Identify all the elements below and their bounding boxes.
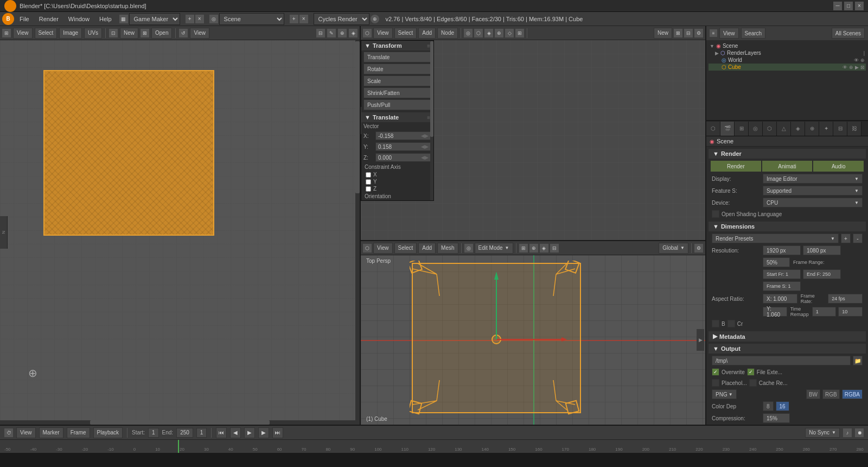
- vp3d-view-btn[interactable]: View: [373, 243, 393, 254]
- vec-y-value[interactable]: 0.158 ◀▶: [375, 142, 431, 151]
- res-percent-val[interactable]: 50%: [763, 257, 790, 267]
- uv-new-btn[interactable]: New: [120, 28, 138, 39]
- close-button[interactable]: ×: [855, 2, 864, 10]
- color-depth-8-btn[interactable]: 8: [763, 401, 774, 411]
- frame-step-val[interactable]: Frame S: 1: [763, 281, 801, 291]
- ptab-particle[interactable]: ✦: [819, 122, 833, 136]
- vp3d-add-btn[interactable]: Add: [418, 243, 436, 254]
- start-frame-val[interactable]: Start Fr: 1: [763, 269, 801, 279]
- prev-frame-btn[interactable]: ◀: [230, 427, 241, 438]
- current-frame-input[interactable]: 1: [196, 428, 207, 438]
- timeline-frame-btn[interactable]: Frame: [67, 427, 90, 438]
- overwrite-checkbox[interactable]: ✓: [712, 368, 719, 376]
- maximize-button[interactable]: □: [844, 2, 853, 10]
- render-render-btn[interactable]: Render: [711, 161, 761, 172]
- next-frame-btn[interactable]: ▶: [258, 427, 269, 438]
- skip-start-btn[interactable]: ⏮: [216, 427, 227, 438]
- uv-select-btn[interactable]: Select: [35, 28, 58, 39]
- ptab-physics[interactable]: ⊟: [833, 122, 847, 136]
- render-audio-btn[interactable]: Audio: [813, 161, 864, 172]
- file-ext-checkbox[interactable]: ✓: [747, 368, 755, 376]
- render-presets-remove-btn[interactable]: -: [853, 234, 863, 243]
- sync-mode-dropdown[interactable]: No Sync ▼: [805, 428, 840, 438]
- vec-x-value[interactable]: -0.158 ◀▶: [375, 131, 431, 140]
- outliner-search-btn[interactable]: Search: [741, 28, 766, 39]
- global-dropdown[interactable]: Global ▼: [659, 243, 688, 254]
- output-path-input[interactable]: /tmp\: [712, 356, 851, 365]
- aspect-y-val[interactable]: Y: 1.060: [763, 307, 787, 317]
- ptab-mesh[interactable]: △: [777, 122, 791, 136]
- outliner-world-item[interactable]: ◎ World 👁 ⊕: [709, 56, 866, 64]
- vec-z-value[interactable]: 0.000 ◀▶: [375, 153, 431, 162]
- cr-checkbox[interactable]: [727, 320, 735, 327]
- placeholder-checkbox[interactable]: [712, 379, 719, 387]
- output-path-browse-btn[interactable]: 📁: [853, 356, 863, 365]
- vp3d-mesh-btn[interactable]: Mesh: [437, 243, 458, 254]
- uv-hscrollbar[interactable]: [0, 420, 360, 425]
- node-select-btn[interactable]: Select: [394, 28, 417, 39]
- res-x-val[interactable]: 1920 px: [763, 245, 801, 255]
- render-engine-select[interactable]: Cycles Render: [314, 13, 369, 25]
- rgb-btn[interactable]: RGB: [822, 389, 840, 399]
- uv-view-btn[interactable]: View: [13, 28, 33, 39]
- res-y-val[interactable]: 1080 px: [803, 245, 841, 255]
- timeline-view-btn[interactable]: View: [16, 427, 36, 438]
- help-menu[interactable]: Help: [95, 13, 116, 25]
- uv-vscrollbar[interactable]: [355, 40, 360, 420]
- axis-x-checkbox[interactable]: [366, 172, 371, 178]
- compression-val-field[interactable]: 15%: [763, 413, 790, 423]
- scale-btn[interactable]: Scale: [363, 75, 431, 86]
- aspect-x-val[interactable]: X: 1.000: [763, 294, 797, 304]
- render-presets-dropdown[interactable]: Render Presets ▼: [712, 234, 839, 243]
- end-frame-val[interactable]: End F: 250: [803, 269, 841, 279]
- editor-type-select[interactable]: Game Maker: [129, 13, 180, 25]
- b-checkbox[interactable]: [712, 320, 719, 327]
- time-remap-v2-val[interactable]: 10: [838, 307, 863, 317]
- color-depth-16-btn[interactable]: 16: [776, 401, 789, 411]
- rotate-btn[interactable]: Rotate: [363, 64, 431, 74]
- ptab-scene[interactable]: ⬡: [706, 122, 720, 136]
- dimensions-section-title[interactable]: ▼ Dimensions: [709, 222, 866, 231]
- skip-end-btn[interactable]: ⏭: [272, 427, 283, 438]
- feature-set-dropdown[interactable]: Supported ▼: [763, 186, 863, 195]
- node-view-btn[interactable]: View: [373, 28, 393, 39]
- render-animation-btn[interactable]: Animati: [762, 161, 813, 172]
- outliner-renderlayers-item[interactable]: ▶ ⬡ RenderLayers |: [709, 49, 866, 56]
- uv-view-btn2[interactable]: View: [190, 28, 209, 39]
- uv-uvs-btn[interactable]: UVs: [84, 28, 102, 39]
- ptab-object[interactable]: ⬡: [763, 122, 777, 136]
- format-dropdown[interactable]: PNG ▼: [712, 389, 737, 399]
- add-editor-button[interactable]: +: [186, 15, 194, 23]
- play-btn[interactable]: ▶: [244, 427, 255, 438]
- rgba-btn[interactable]: RGBA: [842, 389, 863, 399]
- metadata-section-title[interactable]: ▶ Metadata: [709, 331, 866, 342]
- bw-btn[interactable]: BW: [806, 389, 820, 399]
- device-dropdown[interactable]: CPU ▼: [763, 198, 863, 207]
- file-menu[interactable]: File: [15, 13, 34, 25]
- node-new-btn[interactable]: New: [654, 28, 672, 39]
- uv-open-btn[interactable]: Open: [151, 28, 172, 39]
- remove-editor-button[interactable]: ×: [195, 15, 204, 23]
- remove-scene-button[interactable]: ×: [299, 15, 308, 23]
- outliner-scene-item[interactable]: ▼ ◉ Scene: [709, 42, 866, 49]
- render-menu[interactable]: Render: [35, 13, 63, 25]
- panel-vscrollbar[interactable]: [430, 41, 433, 200]
- scene-select[interactable]: Scene: [219, 13, 284, 25]
- outliner-cube-item[interactable]: ⬡ Cube 👁 ⊕ ▶ ⊠: [709, 64, 866, 71]
- minimize-button[interactable]: ─: [833, 2, 842, 10]
- translate-btn[interactable]: Translate: [363, 52, 431, 62]
- start-frame-input[interactable]: 1: [148, 428, 159, 438]
- add-scene-button[interactable]: +: [290, 15, 298, 23]
- edit-mode-dropdown[interactable]: Edit Mode ▼: [475, 243, 513, 254]
- shrink-fatten-btn[interactable]: Shrink/Fatten: [363, 87, 431, 98]
- vp3d-expand-btn[interactable]: ▶: [697, 329, 704, 351]
- window-controls[interactable]: ─ □ ×: [833, 2, 864, 10]
- axis-z-checkbox[interactable]: [366, 186, 371, 192]
- end-frame-input[interactable]: 250: [176, 428, 193, 438]
- n-panel-handle[interactable]: N: [0, 216, 8, 249]
- ptab-world[interactable]: ◎: [749, 122, 763, 136]
- outliner-view-btn[interactable]: View: [719, 28, 739, 39]
- render-presets-add-btn[interactable]: +: [841, 234, 851, 243]
- timeline-marker-btn[interactable]: Marker: [39, 427, 63, 438]
- open-shading-checkbox[interactable]: [712, 210, 719, 218]
